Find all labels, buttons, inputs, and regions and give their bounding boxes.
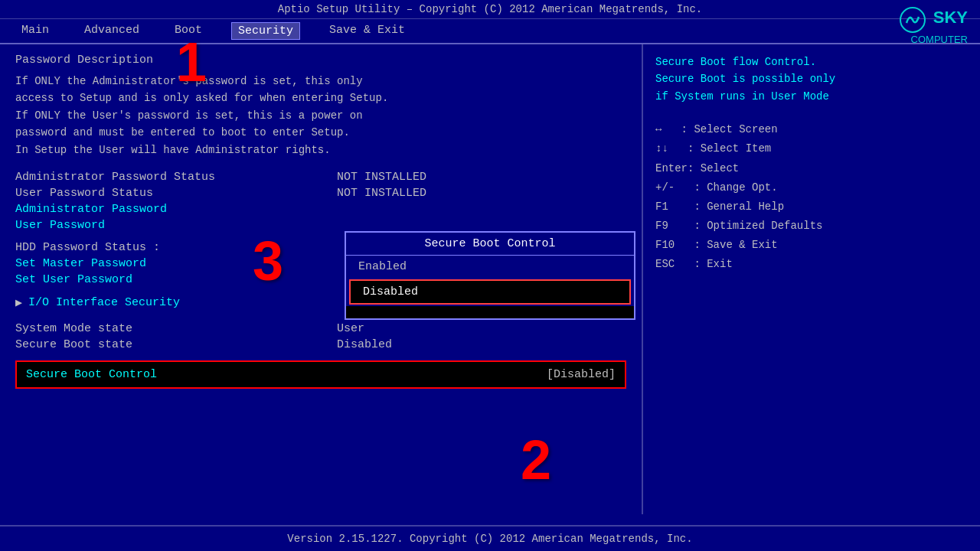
nav-main[interactable]: Main xyxy=(15,22,55,40)
popup-bottom xyxy=(346,306,634,318)
user-password-status-row: User Password Status NOT INSTALLED xyxy=(15,187,626,200)
popup-option-disabled[interactable]: Disabled xyxy=(349,279,631,305)
sky-logo-text: SKY xyxy=(933,8,968,27)
key-select-screen: ↔ : Select Screen xyxy=(655,120,968,139)
secure-boot-state-row: Secure Boot state Disabled xyxy=(15,338,626,351)
desc-line-2: access to Setup and is only asked for wh… xyxy=(15,90,626,106)
secure-boot-control-row[interactable]: Secure Boot Control [Disabled] xyxy=(15,360,626,389)
nav-menu: Main Advanced Boot Security Save & Exit … xyxy=(0,19,980,44)
io-interface-security-label: I/O Interface Security xyxy=(28,296,180,309)
sky-logo: SKY COMPUTER xyxy=(899,6,968,47)
admin-password-status-value: NOT INSTALLED xyxy=(337,171,426,184)
nav-security[interactable]: Security xyxy=(231,22,300,40)
admin-password-status-label: Administrator Password Status xyxy=(15,171,337,184)
desc-line-4: password and must be entered to boot to … xyxy=(15,124,626,141)
key-help-section: ↔ : Select Screen ↕↓ : Select Item Enter… xyxy=(655,120,968,275)
secure-boot-control-value: [Disabled] xyxy=(547,368,616,381)
description-text: If ONLY the Administrator's password is … xyxy=(15,73,626,158)
bottom-bar: Version 2.15.1227. Copyright (C) 2012 Am… xyxy=(0,525,980,551)
section-title: Password Description xyxy=(15,54,626,67)
secure-boot-control-label: Secure Boot Control xyxy=(26,368,157,381)
nav-boot[interactable]: Boot xyxy=(168,22,208,40)
popup-title: Secure Boot Control xyxy=(346,233,634,256)
sky-logo-icon xyxy=(899,6,926,34)
secure-boot-control-popup[interactable]: Secure Boot Control Enabled Disabled xyxy=(345,231,635,320)
key-arrows-lr: ↔ xyxy=(655,123,662,135)
secure-boot-state-label: Secure Boot state xyxy=(15,338,337,351)
key-f1: F1 : General Help xyxy=(655,197,968,217)
key-esc: ESC : Exit xyxy=(655,255,968,274)
header-title: Aptio Setup Utility – Copyright (C) 2012… xyxy=(278,3,703,15)
key-select-item: ↕↓ : Select Item xyxy=(655,139,968,158)
help-line-1: Secure Boot flow Control. xyxy=(655,54,968,70)
user-password-status-value: NOT INSTALLED xyxy=(337,187,426,200)
arrow-right-icon: ▶ xyxy=(15,295,22,310)
key-f10: F10 : Save & Exit xyxy=(655,236,968,255)
right-panel: Secure Boot flow Control. Secure Boot is… xyxy=(643,44,980,514)
key-enter: Enter: Select xyxy=(655,159,968,178)
key-arrows-ud: ↕↓ xyxy=(655,142,668,155)
help-line-3: if System runs in User Mode xyxy=(655,88,968,105)
user-password-link[interactable]: User Password xyxy=(15,219,626,232)
secure-boot-state-value: Disabled xyxy=(337,338,392,351)
admin-password-link[interactable]: Administrator Password xyxy=(15,203,626,216)
popup-option-enabled[interactable]: Enabled xyxy=(346,256,634,278)
system-mode-value: User xyxy=(337,322,364,335)
desc-line-5: In Setup the User will have Administrato… xyxy=(15,142,626,158)
system-mode-row: System Mode state User xyxy=(15,322,626,335)
top-bar: Aptio Setup Utility – Copyright (C) 2012… xyxy=(0,0,980,19)
desc-line-3: If ONLY the User's password is set, this… xyxy=(15,107,626,124)
sky-logo-sub: COMPUTER xyxy=(911,34,968,45)
user-password-status-label: User Password Status xyxy=(15,187,337,200)
key-f9: F9 : Optimized Defaults xyxy=(655,217,968,236)
help-line-2: Secure Boot is possible only xyxy=(655,70,968,87)
desc-line-1: If ONLY the Administrator's password is … xyxy=(15,73,626,90)
key-change-opt: +/- : Change Opt. xyxy=(655,178,968,197)
nav-save-exit[interactable]: Save & Exit xyxy=(323,22,411,40)
help-text: Secure Boot flow Control. Secure Boot is… xyxy=(655,54,968,105)
nav-advanced[interactable]: Advanced xyxy=(78,22,145,40)
hdd-password-label: HDD Password Status : xyxy=(15,241,337,254)
footer-text: Version 2.15.1227. Copyright (C) 2012 Am… xyxy=(287,533,692,545)
admin-password-status-row: Administrator Password Status NOT INSTAL… xyxy=(15,171,626,184)
system-mode-label: System Mode state xyxy=(15,322,337,335)
